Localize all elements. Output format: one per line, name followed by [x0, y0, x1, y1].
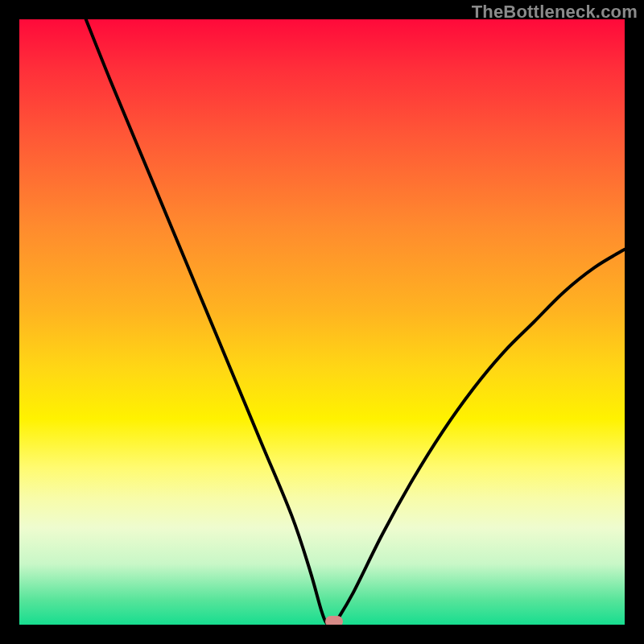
optimal-point-marker — [325, 616, 343, 625]
bottleneck-curve — [19, 19, 625, 625]
curve-right-branch — [334, 250, 625, 625]
watermark-label: TheBottleneck.com — [472, 2, 638, 23]
plot-area — [19, 19, 625, 625]
curve-left-branch — [86, 19, 334, 625]
chart-frame: TheBottleneck.com — [0, 0, 644, 644]
